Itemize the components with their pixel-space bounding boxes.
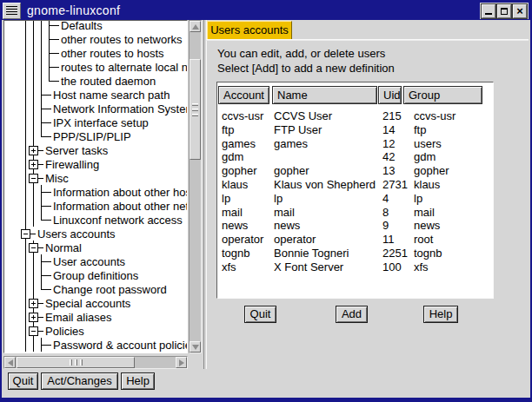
quit-button[interactable]: Quit xyxy=(244,306,276,323)
scroll-up-button[interactable] xyxy=(190,21,201,32)
name-cell: CCVS User xyxy=(274,109,332,122)
tree-item-network-information-system[interactable]: Network Information System xyxy=(4,102,188,115)
horizontal-scroll-thumb[interactable] xyxy=(17,357,135,368)
collapse-minus-icon[interactable] xyxy=(29,243,38,253)
tree-item-normal[interactable]: Normal xyxy=(4,241,188,254)
tree-guide-line xyxy=(25,74,26,88)
group-cell: gdm xyxy=(414,150,436,163)
bottom-help-button[interactable]: Help xyxy=(121,372,155,390)
tree-item-routes-to-alternate-local-ne[interactable]: routes to alternate local ne xyxy=(4,60,188,74)
thumb-ridge xyxy=(192,109,198,111)
bottom-quit-button[interactable]: Quit xyxy=(8,372,38,390)
tree-item-information-about-other-host[interactable]: Information about other host xyxy=(4,185,188,199)
tree-item-the-routed-daemon[interactable]: the routed daemon xyxy=(4,74,188,88)
tree-item-misc[interactable]: Misc xyxy=(4,171,188,185)
act-changes-button[interactable]: Act/Changes xyxy=(41,372,118,390)
tree-item-user-accounts[interactable]: User accounts xyxy=(4,254,188,268)
tree-horizontal-scrollbar[interactable] xyxy=(3,356,188,369)
expand-plus-icon[interactable] xyxy=(29,146,38,155)
arrow-down-icon xyxy=(192,345,199,350)
tree-item-defaults[interactable]: Defaults xyxy=(4,20,188,32)
tree-item-label: Users accounts xyxy=(37,227,116,241)
uid-cell: 14 xyxy=(382,123,395,136)
notebook-edge-shadow xyxy=(206,40,529,41)
tree-item-change-root-password[interactable]: Change root password xyxy=(4,282,188,296)
tree-guide-line xyxy=(41,74,42,88)
maximize-button[interactable] xyxy=(497,4,511,18)
window-title: gnome-linuxconf xyxy=(27,2,120,20)
tree-branch-line xyxy=(42,122,51,123)
close-icon: × xyxy=(514,5,526,17)
vertical-scroll-thumb[interactable] xyxy=(190,59,201,160)
user-row-klaus[interactable]: klausKlaus von Shepherd2731klaus xyxy=(217,178,493,191)
account-cell: lp xyxy=(222,192,230,205)
tree-item-host-name-search-path[interactable]: Host name search path xyxy=(4,88,188,102)
tree-item-users-accounts[interactable]: Users accounts xyxy=(4,227,188,241)
pane-splitter[interactable] xyxy=(203,20,207,369)
uid-cell: 4 xyxy=(382,192,389,205)
tree-item-label: Policies xyxy=(45,325,84,338)
tree-item-firewalling[interactable]: Firewalling xyxy=(4,157,188,171)
user-row-tognb[interactable]: tognbBonnie Togneri2251tognb xyxy=(217,247,493,260)
tree-guide-line xyxy=(33,46,34,60)
user-row-games[interactable]: gamesgames12users xyxy=(217,137,493,150)
tree-item-label: Defaults xyxy=(61,20,103,32)
tree-item-other-routes-to-networks[interactable]: other routes to networks xyxy=(4,32,188,46)
tree-item-ipx-interface-setup[interactable]: IPX interface setup xyxy=(4,115,188,129)
tree-item-policies[interactable]: Policies xyxy=(4,324,188,338)
tree-item-other-routes-to-hosts[interactable]: other routes to hosts xyxy=(4,46,188,60)
user-row-ftp[interactable]: ftpFTP User14ftp xyxy=(217,123,493,136)
tree-guide-line xyxy=(33,338,34,352)
close-button[interactable]: × xyxy=(513,4,527,18)
collapse-minus-icon[interactable] xyxy=(29,326,38,336)
tree-guide-line xyxy=(25,115,26,129)
tree-item-password-account-policie[interactable]: Password & account policie xyxy=(4,338,188,352)
user-row-mail[interactable]: mailmail8mail xyxy=(217,206,493,219)
user-row-operator[interactable]: operatoroperator11root xyxy=(217,233,493,246)
tree-vertical-scrollbar[interactable] xyxy=(189,20,202,353)
add-button[interactable]: Add xyxy=(336,306,368,323)
tab-users-accounts[interactable]: Users accounts xyxy=(207,21,292,40)
group-cell: klaus xyxy=(414,178,440,191)
tree-item-information-about-other-netw[interactable]: Information about other netw xyxy=(4,199,188,213)
tree-branch-line xyxy=(42,95,51,96)
tree-guide-line xyxy=(33,102,34,115)
tree-branch-line xyxy=(42,345,51,346)
uid-cell: 100 xyxy=(382,260,402,273)
user-row-news[interactable]: newsnews9news xyxy=(217,219,493,232)
column-header-name[interactable]: Name xyxy=(272,86,377,104)
tree-item-ppp-slip-plip[interactable]: PPP/SLIP/PLIP xyxy=(4,129,188,143)
user-row-gdm[interactable]: gdm42gdm xyxy=(217,150,493,163)
minimize-button[interactable] xyxy=(482,4,495,18)
scroll-down-button[interactable] xyxy=(190,341,201,353)
tree-item-linuxconf-network-access[interactable]: Linuxconf network access xyxy=(4,213,188,227)
user-row-lp[interactable]: lplp4lp xyxy=(217,192,493,205)
titlebar[interactable]: gnome-linuxconf × xyxy=(2,2,530,20)
tree-guide-line xyxy=(33,115,34,129)
user-row-xfs[interactable]: xfsX Font Server100xfs xyxy=(217,260,493,273)
tree-item-email-aliases[interactable]: Email aliases xyxy=(4,310,188,324)
intro-line-2: Select [Add] to add a new definition xyxy=(217,62,395,76)
config-tree: Defaultsother routes to networksother ro… xyxy=(4,20,188,352)
expand-plus-icon[interactable] xyxy=(29,160,38,169)
expand-plus-icon[interactable] xyxy=(29,299,38,308)
tree-guide-line xyxy=(33,254,34,268)
user-row-gopher[interactable]: gophergopher13gopher xyxy=(217,164,493,177)
column-header-uid[interactable]: Uid xyxy=(378,86,402,104)
tree-item-label: other routes to networks xyxy=(61,33,182,46)
help-button[interactable]: Help xyxy=(423,306,458,323)
scroll-left-button[interactable] xyxy=(4,357,16,368)
scroll-right-button[interactable] xyxy=(176,357,187,368)
tree-guide-line xyxy=(41,32,42,46)
tree-item-special-accounts[interactable]: Special accounts xyxy=(4,296,188,310)
tree-guide-line xyxy=(41,20,42,32)
window-menu-button[interactable] xyxy=(3,3,21,19)
tree-item-group-definitions[interactable]: Group definitions xyxy=(4,268,188,282)
user-row-ccvs-usr[interactable]: ccvs-usrCCVS User215ccvs-usr xyxy=(217,109,493,122)
column-header-group[interactable]: Group xyxy=(403,86,482,104)
expand-plus-icon[interactable] xyxy=(29,313,38,322)
column-header-account[interactable]: Account xyxy=(218,86,269,104)
collapse-minus-icon[interactable] xyxy=(29,174,38,183)
tree-item-server-tasks[interactable]: Server tasks xyxy=(4,143,188,157)
collapse-minus-icon[interactable] xyxy=(21,229,30,239)
